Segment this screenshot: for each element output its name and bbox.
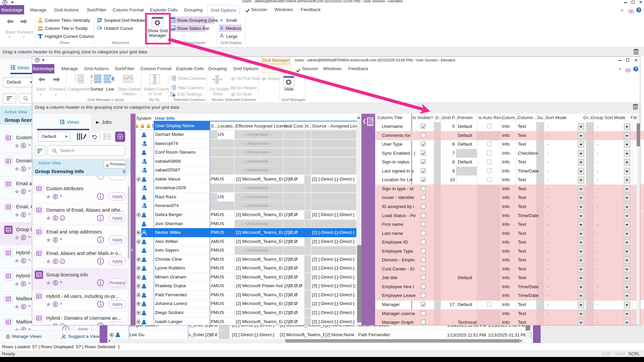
svg-text:A: A <box>90 74 93 79</box>
svg-text:Z: Z <box>90 80 93 84</box>
